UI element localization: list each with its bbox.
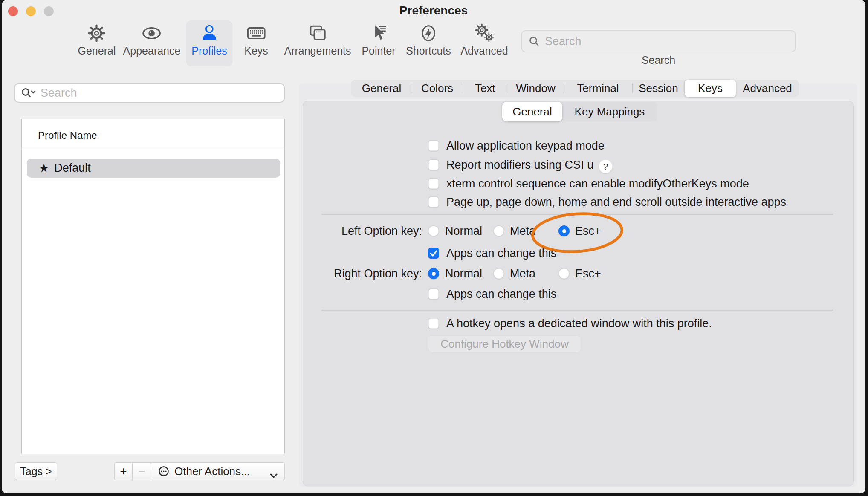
toolbar-item-label: Profiles bbox=[191, 45, 227, 57]
hotkey-window-checkbox[interactable] bbox=[428, 318, 439, 329]
tab-label: Window bbox=[516, 82, 555, 95]
tab-label: Text bbox=[475, 82, 495, 95]
profile-search-input[interactable] bbox=[40, 86, 263, 100]
configure-hotkey-window-button[interactable]: Configure Hotkey Window bbox=[428, 335, 581, 352]
toolbar-item-label: Shortcuts bbox=[406, 45, 451, 57]
help-button[interactable]: ? bbox=[599, 159, 613, 173]
window-title: Preferences bbox=[2, 4, 865, 17]
checkbox-label: A hotkey opens a dedicated window with t… bbox=[446, 314, 712, 333]
remove-profile-button[interactable]: − bbox=[132, 462, 151, 480]
keyboard-icon bbox=[246, 23, 266, 43]
preferences-window: Preferences General Appearance Profiles … bbox=[2, 0, 865, 493]
left-option-row: Left Option key: Normal Meta Esc+ bbox=[2, 222, 865, 240]
tab-text[interactable]: Text bbox=[463, 80, 508, 97]
toolbar-item-label: Arrangements bbox=[284, 45, 351, 57]
left-apps-row: Apps can change this bbox=[2, 244, 865, 262]
toolbar-search-field[interactable] bbox=[521, 30, 796, 52]
tab-window[interactable]: Window bbox=[508, 80, 564, 97]
left-apps-can-change-checkbox[interactable] bbox=[428, 248, 439, 259]
radio-label: Esc+ bbox=[575, 264, 601, 283]
left-option-normal-radio[interactable] bbox=[428, 225, 439, 236]
setting-row: Report modifiers using CSI u bbox=[2, 156, 865, 174]
hotkey-row: A hotkey opens a dedicated window with t… bbox=[2, 314, 865, 333]
profile-tabbar: General Colors Text Window Terminal Sess… bbox=[351, 80, 799, 97]
toolbar-item-profiles[interactable]: Profiles bbox=[186, 20, 232, 66]
screen: Preferences General Appearance Profiles … bbox=[0, 0, 868, 496]
subtab-general[interactable]: General bbox=[502, 102, 562, 121]
tab-advanced[interactable]: Advanced bbox=[736, 80, 799, 97]
profile-search-field[interactable] bbox=[14, 83, 285, 103]
toolbar-item-arrangements[interactable]: Arrangements bbox=[278, 20, 356, 66]
page-scroll-checkbox[interactable] bbox=[428, 196, 439, 208]
checkbox-label: Apps can change this bbox=[446, 285, 556, 303]
setting-row: xterm control sequence can enable modify… bbox=[2, 174, 865, 193]
tab-general[interactable]: General bbox=[351, 80, 412, 97]
right-option-meta-radio[interactable] bbox=[493, 268, 504, 279]
tab-label: Session bbox=[639, 82, 678, 95]
tab-label: Terminal bbox=[577, 82, 619, 95]
toolbar-item-advanced[interactable]: Advanced bbox=[455, 20, 513, 66]
toolbar-item-label: Advanced bbox=[460, 45, 508, 57]
eye-icon bbox=[142, 23, 162, 43]
setting-row: Allow application keypad mode bbox=[2, 136, 865, 155]
add-profile-button[interactable]: + bbox=[114, 462, 133, 480]
toolbar-item-general[interactable]: General bbox=[72, 20, 122, 66]
windows-icon bbox=[307, 23, 328, 43]
right-apps-row: Apps can change this bbox=[2, 285, 865, 303]
toolbar-item-shortcuts[interactable]: Shortcuts bbox=[400, 20, 457, 66]
tab-terminal[interactable]: Terminal bbox=[564, 80, 632, 97]
left-option-meta-radio[interactable] bbox=[493, 225, 504, 236]
left-option-esc-radio[interactable] bbox=[558, 225, 570, 236]
cursor-icon bbox=[368, 23, 389, 43]
circle-ellipsis-icon bbox=[158, 466, 169, 477]
right-option-row: Right Option key: Normal Meta Esc+ bbox=[2, 264, 865, 283]
tab-colors[interactable]: Colors bbox=[412, 80, 463, 97]
minus-icon: − bbox=[138, 464, 145, 478]
keys-subtabbar: General Key Mappings bbox=[502, 102, 657, 121]
toolbar-item-keys[interactable]: Keys bbox=[239, 20, 274, 66]
left-option-label: Left Option key: bbox=[300, 222, 422, 240]
subtab-key-mappings[interactable]: Key Mappings bbox=[562, 102, 657, 121]
toolbar-item-appearance[interactable]: Appearance bbox=[118, 20, 186, 66]
toolbar-item-label: Appearance bbox=[123, 45, 181, 57]
tab-label: Advanced bbox=[743, 82, 792, 95]
gear-icon bbox=[87, 23, 107, 43]
toolbar-item-label: General bbox=[78, 45, 116, 57]
search-menu-icon bbox=[21, 87, 36, 99]
toolbar-search-input[interactable] bbox=[544, 35, 776, 49]
other-actions-dropdown[interactable]: Other Actions... bbox=[151, 462, 285, 480]
modify-other-keys-checkbox[interactable] bbox=[428, 178, 439, 189]
radio-label: Esc+ bbox=[575, 222, 601, 240]
radio-label: Meta bbox=[510, 264, 535, 283]
bolt-icon bbox=[418, 23, 439, 43]
toolbar-item-pointer[interactable]: Pointer bbox=[356, 20, 401, 66]
tab-session[interactable]: Session bbox=[632, 80, 685, 97]
right-option-esc-radio[interactable] bbox=[558, 268, 570, 279]
allow-keypad-checkbox[interactable] bbox=[428, 140, 439, 151]
tab-keys[interactable]: Keys bbox=[685, 80, 736, 97]
subtab-label: Key Mappings bbox=[575, 105, 645, 118]
tags-button-label: Tags > bbox=[20, 465, 52, 478]
check-icon bbox=[428, 248, 439, 259]
toolbar-item-label: Keys bbox=[244, 45, 268, 57]
checkbox-label: Report modifiers using CSI u bbox=[446, 156, 593, 174]
other-actions-label: Other Actions... bbox=[174, 465, 250, 478]
csi-u-checkbox[interactable] bbox=[428, 159, 439, 170]
tab-label: Keys bbox=[698, 82, 723, 95]
right-apps-can-change-checkbox[interactable] bbox=[428, 288, 439, 300]
subtab-label: General bbox=[512, 105, 552, 118]
toolbar-item-label: Pointer bbox=[362, 45, 395, 57]
toolbar-search-label: Search bbox=[521, 54, 796, 66]
tags-button[interactable]: Tags > bbox=[15, 462, 57, 480]
plus-icon: + bbox=[120, 464, 127, 478]
person-icon bbox=[199, 23, 220, 43]
right-option-normal-radio[interactable] bbox=[428, 268, 439, 279]
radio-label: Normal bbox=[445, 264, 482, 283]
search-icon bbox=[529, 36, 540, 47]
divider bbox=[321, 214, 833, 215]
gears-icon bbox=[474, 23, 495, 43]
tab-label: General bbox=[362, 82, 402, 95]
radio-label: Meta bbox=[510, 222, 535, 240]
setting-row: Page up, page down, home and end scroll … bbox=[2, 193, 865, 211]
checkbox-label: Page up, page down, home and end scroll … bbox=[446, 193, 786, 211]
